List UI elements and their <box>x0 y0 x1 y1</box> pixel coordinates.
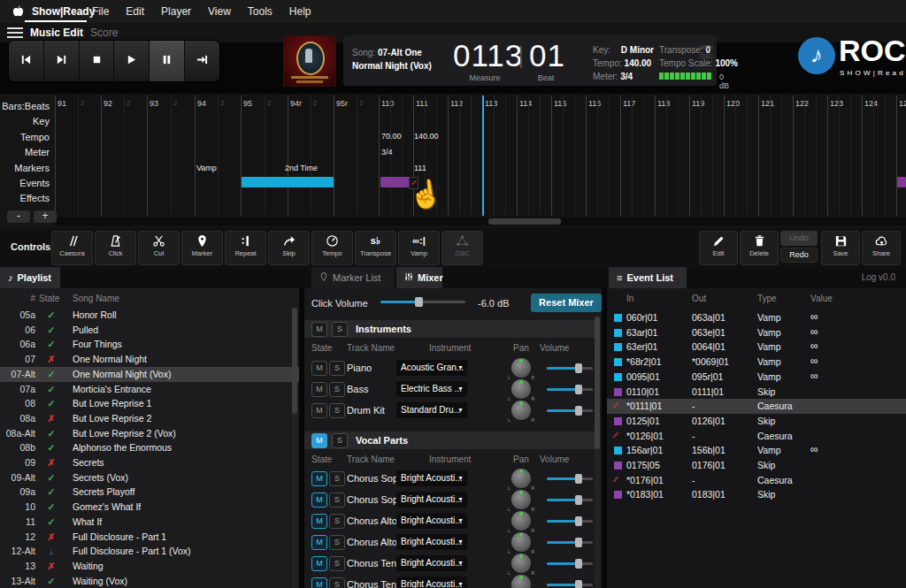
instrument-dropdown[interactable]: Standard Dru...▼ <box>396 402 467 418</box>
marker-button[interactable]: Marker <box>181 231 223 265</box>
menu-item-tools[interactable]: Tools <box>248 5 273 18</box>
playlist-scrollbar[interactable] <box>292 308 297 588</box>
vamp-event-bar[interactable] <box>242 177 334 187</box>
skip-event-bar[interactable] <box>897 177 906 187</box>
volume-handle[interactable] <box>575 406 582 416</box>
track-mute-button[interactable]: M <box>311 493 327 508</box>
event-row[interactable]: 060r|01063a|01Vamp∞ <box>607 310 906 325</box>
menu-item-edit[interactable]: Edit <box>126 5 144 18</box>
group-solo-button[interactable]: S <box>332 322 348 337</box>
track-mute-button[interactable]: M <box>311 535 327 550</box>
edit-button[interactable]: Edit <box>699 231 738 265</box>
save-button[interactable]: Save <box>821 231 860 265</box>
volume-handle[interactable] <box>575 559 582 569</box>
playlist-row[interactable]: 08✓But Love Reprise 1 <box>0 396 299 411</box>
playlist-row[interactable]: 09✗Secrets <box>0 455 299 470</box>
track-mute-button[interactable]: M <box>311 382 327 397</box>
menu-item-player[interactable]: Player <box>161 5 191 18</box>
track-mute-button[interactable]: M <box>311 514 327 529</box>
volume-slider[interactable] <box>547 473 593 484</box>
track-mute-button[interactable]: M <box>311 556 327 571</box>
playlist-row[interactable]: 08a✗But Love Reprise 2 <box>0 411 299 426</box>
volume-handle[interactable] <box>575 385 582 394</box>
caesura-button[interactable]: Caesura <box>51 231 93 265</box>
menu-item-view[interactable]: View <box>208 5 231 18</box>
tab-mixer[interactable]: Mixer <box>396 267 442 288</box>
playlist-scroll-thumb[interactable] <box>292 308 297 414</box>
menu-item-help[interactable]: Help <box>289 5 311 18</box>
delete-button[interactable]: Delete <box>740 231 779 265</box>
event-row[interactable]: *68r2|01*0069|01Vamp∞ <box>607 355 906 370</box>
tab-playlist[interactable]: ♪ Playlist <box>0 267 60 288</box>
click-volume-slider[interactable] <box>380 296 465 307</box>
pan-knob[interactable]: LR <box>511 490 531 509</box>
instrument-dropdown[interactable]: Bright Acousti...▼ <box>396 492 467 508</box>
track-solo-button[interactable]: S <box>329 535 345 550</box>
tab-music-edit[interactable]: Music Edit <box>30 27 83 39</box>
event-row[interactable]: 0175|050176|01Skip <box>607 458 906 473</box>
mixer-scrollbar[interactable] <box>595 317 600 588</box>
timeline-scroll-thumb[interactable] <box>488 218 561 225</box>
track-solo-button[interactable]: S <box>329 382 345 397</box>
pan-knob[interactable]: LR <box>511 575 531 588</box>
click-volume-handle[interactable] <box>415 297 423 307</box>
menu-app-name[interactable]: Show|Ready <box>32 5 95 18</box>
volume-slider[interactable] <box>547 494 593 505</box>
pan-knob[interactable]: LR <box>511 469 531 488</box>
go-to-start-button[interactable] <box>9 41 44 81</box>
playlist-row[interactable]: 13✗Waiting <box>0 559 299 574</box>
event-row[interactable]: 63er|010064|01Vamp∞ <box>607 340 906 355</box>
instrument-dropdown[interactable]: Bright Acousti...▼ <box>396 513 467 529</box>
track-mute-button[interactable]: M <box>311 361 327 376</box>
share-button[interactable]: Share <box>862 231 901 265</box>
instrument-dropdown[interactable]: Bright Acousti...▼ <box>396 534 467 550</box>
pan-knob[interactable]: LR <box>511 554 531 573</box>
pause-button[interactable] <box>150 41 185 81</box>
playlist-row[interactable]: 12-Alt↓Full Disclosure - Part 1 (Vox) <box>0 544 299 559</box>
event-row[interactable]: 0125|010126|01Skip <box>607 414 906 429</box>
pan-knob[interactable]: LR <box>511 532 531 552</box>
playlist-row[interactable]: 08b✓Alphonso the Enormous <box>0 440 299 455</box>
zoom-out-button[interactable]: - <box>7 210 30 223</box>
playlist-row[interactable]: 12✗Full Disclosure - Part 1 <box>0 530 299 545</box>
go-to-end-button[interactable] <box>185 41 219 81</box>
tab-score[interactable]: Score <box>90 27 118 39</box>
playlist-row[interactable]: 08a-Alt✓But Love Reprise 2 (Vox) <box>0 426 299 441</box>
event-row[interactable]: ⁄⁄*0176|01-Caesura <box>607 473 906 488</box>
volume-handle[interactable] <box>575 474 582 484</box>
volume-handle[interactable] <box>575 363 582 373</box>
track-solo-button[interactable]: S <box>329 556 345 571</box>
volume-slider[interactable] <box>547 515 593 526</box>
pan-knob[interactable]: LR <box>511 401 531 420</box>
stop-button[interactable] <box>80 41 115 81</box>
track-solo-button[interactable]: S <box>329 577 345 588</box>
volume-handle[interactable] <box>575 580 582 588</box>
track-solo-button[interactable]: S <box>329 403 345 418</box>
volume-slider[interactable] <box>547 558 593 569</box>
timeline-marker[interactable]: Vamp <box>196 164 217 172</box>
repeat-button[interactable]: Repeat <box>225 231 266 265</box>
playlist-row[interactable]: 10✓Gomez's What If <box>0 500 299 515</box>
reset-mixer-button[interactable]: Reset Mixer <box>531 294 602 312</box>
group-mute-button[interactable]: M <box>311 322 327 337</box>
play-button[interactable] <box>114 41 150 81</box>
event-row[interactable]: ⁄⁄*0111|01-Caesura <box>607 399 906 414</box>
playlist-row[interactable]: 11✓What If <box>0 515 299 530</box>
playlist-row[interactable]: 05a✓Honor Roll <box>0 308 299 323</box>
timeline-marker[interactable]: 2nd Time <box>285 164 318 172</box>
track-mute-button[interactable]: M <box>311 403 327 418</box>
transpose-button[interactable]: s♭Transpose <box>355 231 396 265</box>
playlist-row[interactable]: 06a✓Four Things <box>0 337 299 352</box>
pan-knob[interactable]: LR <box>511 379 531 399</box>
track-solo-button[interactable]: S <box>329 471 345 486</box>
instrument-dropdown[interactable]: Bright Acousti...▼ <box>396 577 467 588</box>
volume-handle[interactable] <box>575 538 582 547</box>
track-solo-button[interactable]: S <box>329 493 345 508</box>
volume-slider[interactable] <box>547 405 593 416</box>
playhead[interactable] <box>482 95 484 216</box>
event-row[interactable]: 156ar|01156b|01Vamp∞ <box>607 443 906 458</box>
tab-marker-list[interactable]: Marker List <box>311 267 395 288</box>
track-solo-button[interactable]: S <box>329 514 345 529</box>
redo-button[interactable]: Redo <box>780 248 818 263</box>
hamburger-menu-icon[interactable] <box>7 27 23 39</box>
